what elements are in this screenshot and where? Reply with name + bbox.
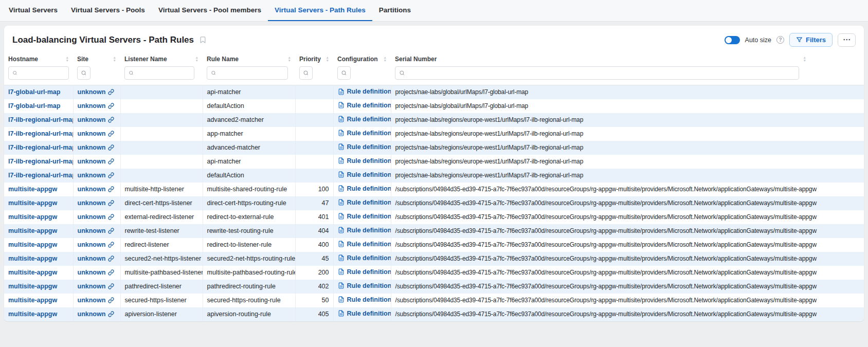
hostname-link[interactable]: multisite-appgw (8, 255, 57, 262)
hostname-link[interactable]: l7-ilb-regional-url-map (8, 116, 73, 123)
rule-definition-link[interactable]: Rule definition (338, 143, 391, 151)
tab-partitions[interactable]: Partitions (372, 0, 418, 21)
site-label: unknown (78, 283, 106, 290)
sort-icon[interactable]: ▲▼ (113, 56, 116, 62)
hostname-link[interactable]: multisite-appgw (8, 186, 57, 193)
tab-virtual-servers-pools[interactable]: Virtual Servers - Pools (64, 0, 152, 21)
rule-definition-link[interactable]: Rule definition (338, 282, 391, 289)
site-link[interactable]: unknown (78, 255, 115, 262)
listener-name-filter-input[interactable] (136, 69, 190, 77)
rule-definition-label: Rule definition (347, 157, 391, 165)
sort-icon[interactable]: ▲▼ (288, 56, 291, 62)
hostname-link[interactable]: multisite-appgw (8, 269, 57, 276)
hostname-link[interactable]: multisite-appgw (8, 283, 57, 290)
hostname-link[interactable]: multisite-appgw (8, 227, 57, 234)
hostname-link[interactable]: l7-ilb-regional-url-map (8, 172, 73, 179)
rule-definition-link[interactable]: Rule definition (338, 199, 391, 206)
site-cell: unknown (73, 294, 120, 307)
hostname-filter[interactable] (8, 66, 69, 80)
serial-number-filter-input[interactable] (408, 69, 795, 77)
sort-icon[interactable]: ▲▼ (803, 56, 806, 62)
column-header-priority[interactable]: Priority ▲▼ (295, 52, 333, 64)
tab-virtual-servers[interactable]: Virtual Servers (2, 0, 64, 21)
hostname-link[interactable]: l7-ilb-regional-url-map (8, 130, 73, 137)
hostname-filter-input[interactable] (20, 69, 65, 77)
site-filter[interactable] (77, 66, 91, 80)
site-link[interactable]: unknown (78, 116, 115, 123)
site-link[interactable]: unknown (78, 199, 115, 207)
rule-definition-link[interactable]: Rule definition (338, 130, 391, 137)
sort-icon[interactable]: ▲▼ (384, 56, 387, 62)
sort-icon[interactable]: ▲▼ (195, 56, 198, 62)
search-icon (81, 70, 87, 76)
site-link[interactable]: unknown (78, 130, 115, 137)
column-header-rule-name[interactable]: Rule Name ▲▼ (203, 52, 295, 64)
rule-definition-link[interactable]: Rule definition (338, 254, 391, 262)
priority-cell: 404 (295, 224, 333, 238)
sort-icon[interactable]: ▲▼ (66, 56, 69, 62)
hostname-link[interactable]: multisite-appgw (8, 213, 57, 221)
site-link[interactable]: unknown (78, 186, 115, 193)
site-cell: unknown (73, 280, 120, 294)
site-link[interactable]: unknown (78, 269, 115, 276)
listener-name-cell (120, 169, 203, 182)
hostname-link[interactable]: l7-global-url-map (8, 102, 60, 109)
site-link[interactable]: unknown (78, 283, 115, 290)
column-header-configuration[interactable]: Configuration ▲▼ (333, 52, 391, 64)
site-link[interactable]: unknown (78, 158, 115, 165)
hostname-link[interactable]: l7-ilb-regional-url-map (8, 158, 73, 165)
column-header-hostname[interactable]: Hostname ▲▼ (4, 52, 73, 64)
hostname-link[interactable]: multisite-appgw (8, 311, 57, 318)
listener-name-filter[interactable] (124, 66, 194, 80)
sort-icon[interactable]: ▲▼ (326, 56, 329, 62)
listener-name-cell: apiversion-listener (120, 307, 203, 321)
column-header-serial-number[interactable]: Serial Number ▲▼ (391, 52, 864, 64)
priority-filter[interactable] (299, 66, 313, 80)
site-link[interactable]: unknown (78, 144, 115, 151)
site-link[interactable]: unknown (78, 241, 115, 248)
rule-definition-link[interactable]: Rule definition (338, 241, 391, 248)
rule-name-filter[interactable] (207, 66, 288, 80)
rule-definition-link[interactable]: Rule definition (338, 171, 391, 178)
serial-number-filter[interactable] (395, 66, 799, 80)
auto-size-toggle[interactable] (725, 36, 740, 44)
rule-definition-link[interactable]: Rule definition (338, 268, 391, 276)
rule-definition-link[interactable]: Rule definition (338, 310, 391, 317)
site-link[interactable]: unknown (78, 227, 115, 234)
site-link[interactable]: unknown (78, 88, 115, 96)
site-link[interactable]: unknown (78, 213, 115, 221)
site-link[interactable]: unknown (78, 102, 115, 109)
rule-definition-link[interactable]: Rule definition (338, 227, 391, 234)
rule-definition-link[interactable]: Rule definition (338, 157, 391, 165)
rule-definition-link[interactable]: Rule definition (338, 213, 391, 220)
column-header-listener-name[interactable]: Listener Name ▲▼ (120, 52, 203, 64)
more-button[interactable]: ⋯ (838, 33, 856, 47)
column-header-site[interactable]: Site ▲▼ (73, 52, 120, 64)
hostname-link[interactable]: multisite-appgw (8, 241, 57, 248)
column-label: Configuration (337, 56, 378, 63)
hostname-link[interactable]: l7-ilb-regional-url-map (8, 144, 73, 151)
site-link[interactable]: unknown (78, 297, 115, 304)
document-icon (338, 102, 345, 108)
rule-definition-link[interactable]: Rule definition (338, 296, 391, 303)
document-icon (338, 157, 345, 164)
tab-virtual-servers-pool-members[interactable]: Virtual Servers - Pool members (152, 0, 268, 21)
rule-definition-link[interactable]: Rule definition (338, 116, 391, 123)
rule-definition-link[interactable]: Rule definition (338, 185, 391, 192)
hostname-link[interactable]: multisite-appgw (8, 297, 57, 304)
site-label: unknown (78, 102, 106, 109)
help-icon[interactable]: ? (776, 36, 784, 44)
site-link[interactable]: unknown (78, 311, 115, 318)
rule-definition-link[interactable]: Rule definition (338, 88, 391, 95)
rule-name-cell: advanced2-matcher (203, 113, 295, 127)
header-controls: Auto size ? Filters ⋯ (725, 33, 856, 47)
tab-virtual-servers-path-rules[interactable]: Virtual Servers - Path Rules (268, 0, 372, 21)
rule-name-filter-input[interactable] (219, 69, 284, 77)
hostname-link[interactable]: multisite-appgw (8, 199, 57, 207)
bookmark-icon[interactable] (199, 36, 207, 44)
site-link[interactable]: unknown (78, 172, 115, 179)
hostname-link[interactable]: l7-global-url-map (8, 88, 60, 96)
rule-definition-link[interactable]: Rule definition (338, 102, 391, 109)
filters-button[interactable]: Filters (789, 33, 833, 47)
configuration-filter[interactable] (337, 66, 351, 80)
